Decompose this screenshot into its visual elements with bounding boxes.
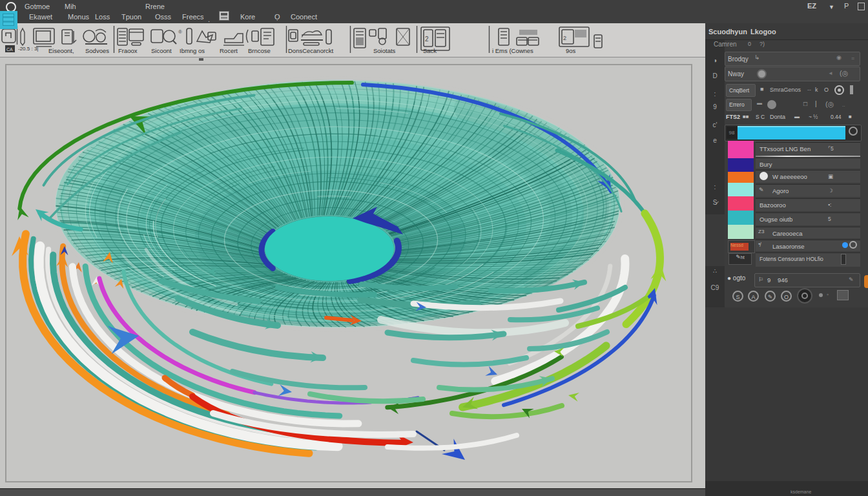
svg-text:i Ems (Cownes: i Ems (Cownes xyxy=(492,47,533,54)
svg-text:Eiseoont,: Eiseoont, xyxy=(48,47,74,54)
svg-text:Soiotats: Soiotats xyxy=(373,47,396,54)
svg-text:Ibmng os: Ibmng os xyxy=(180,47,205,54)
svg-text:Rocert: Rocert xyxy=(220,47,238,54)
svg-text:9os: 9os xyxy=(566,47,576,54)
svg-text:®: ® xyxy=(178,29,182,35)
svg-text:Sack: Sack xyxy=(423,47,437,54)
svg-text:Brncose: Brncose xyxy=(248,47,271,54)
svg-text:2: 2 xyxy=(563,35,566,41)
svg-text:Sicoont: Sicoont xyxy=(151,47,172,54)
svg-text:CA: CA xyxy=(6,47,13,52)
svg-text:Fraoox: Fraoox xyxy=(118,47,138,54)
svg-text:DonsCecanorckt: DonsCecanorckt xyxy=(288,47,334,54)
svg-text:Sodvoes: Sodvoes xyxy=(85,47,109,54)
svg-text:-20.5 : 3|: -20.5 : 3| xyxy=(18,46,38,52)
svg-text:2: 2 xyxy=(425,36,429,43)
